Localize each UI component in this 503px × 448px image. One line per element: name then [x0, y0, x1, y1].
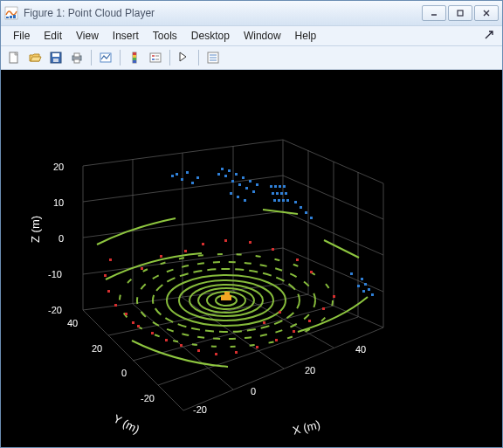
svg-rect-79: [224, 239, 227, 242]
svg-rect-94: [196, 176, 199, 179]
menu-window[interactable]: Window: [237, 28, 288, 44]
z-tick: 20: [53, 162, 64, 172]
z-tick: -20: [48, 305, 62, 315]
svg-rect-95: [217, 173, 220, 176]
svg-rect-93: [191, 182, 194, 184]
menu-tools[interactable]: Tools: [146, 28, 184, 44]
svg-rect-81: [272, 248, 274, 251]
svg-rect-12: [74, 59, 79, 63]
svg-rect-74: [107, 290, 110, 293]
svg-rect-2: [10, 16, 12, 18]
z-axis-label: Z (m): [29, 216, 42, 243]
save-icon[interactable]: [46, 48, 65, 67]
menu-view[interactable]: View: [69, 28, 106, 44]
svg-rect-97: [224, 175, 227, 177]
menu-file[interactable]: File: [6, 28, 37, 44]
svg-line-40: [283, 176, 383, 219]
undock-icon[interactable]: [481, 28, 497, 44]
svg-rect-75: [104, 274, 107, 277]
svg-rect-80: [249, 241, 252, 244]
svg-rect-106: [256, 183, 258, 186]
axes-3d[interactable]: Z (m) Y (m) X (m) 20 10 0 -10 -20 40 20 …: [1, 70, 502, 447]
svg-rect-130: [357, 285, 360, 287]
menu-edit[interactable]: Edit: [37, 28, 69, 44]
svg-rect-119: [278, 199, 280, 202]
svg-rect-104: [249, 180, 252, 183]
svg-rect-19: [150, 53, 161, 62]
new-figure-icon[interactable]: [4, 48, 24, 67]
svg-rect-59: [132, 321, 134, 324]
svg-rect-1: [6, 17, 9, 18]
svg-rect-76: [109, 258, 112, 261]
x-tick: 0: [251, 386, 256, 396]
svg-rect-131: [362, 290, 365, 293]
y-tick: -20: [141, 393, 155, 403]
svg-rect-11: [74, 53, 79, 57]
svg-rect-115: [276, 192, 279, 195]
property-inspector-icon[interactable]: [203, 48, 223, 67]
svg-rect-60: [137, 325, 140, 327]
svg-rect-5: [458, 10, 463, 16]
svg-rect-96: [221, 168, 224, 170]
titlebar: Figure 1: Point Cloud Player: [1, 1, 502, 26]
svg-rect-99: [231, 180, 234, 183]
svg-rect-121: [286, 199, 289, 202]
app-icon: [4, 6, 18, 20]
svg-rect-8: [52, 53, 59, 57]
z-tick: -10: [48, 269, 62, 279]
svg-rect-15: [133, 52, 136, 55]
svg-line-41: [283, 211, 383, 255]
svg-rect-132: [350, 272, 353, 275]
window-title: Figure 1: Point Cloud Player: [24, 7, 422, 19]
close-button[interactable]: [474, 5, 499, 21]
x-tick: -20: [193, 404, 207, 415]
svg-rect-123: [300, 206, 302, 209]
svg-rect-78: [202, 243, 204, 245]
menu-insert[interactable]: Insert: [106, 28, 146, 44]
toolbar: [1, 46, 502, 70]
svg-rect-114: [272, 192, 274, 195]
menubar: File Edit View Insert Tools Desktop Wind…: [1, 26, 502, 46]
svg-rect-71: [322, 307, 325, 310]
link-plot-icon[interactable]: [96, 48, 115, 67]
svg-rect-105: [252, 190, 255, 193]
maximize-button[interactable]: [448, 5, 472, 21]
svg-rect-61: [151, 332, 154, 334]
svg-rect-125: [310, 217, 313, 219]
svg-line-38: [83, 211, 283, 238]
svg-rect-133: [221, 295, 231, 300]
svg-rect-67: [256, 346, 258, 348]
window-controls: [422, 5, 499, 21]
minimize-button[interactable]: [422, 5, 446, 21]
menu-desktop[interactable]: Desktop: [184, 28, 237, 44]
svg-rect-65: [215, 353, 217, 355]
svg-rect-82: [296, 258, 299, 261]
svg-rect-120: [282, 199, 285, 202]
svg-rect-101: [238, 183, 241, 186]
svg-rect-70: [308, 320, 311, 322]
svg-rect-110: [270, 185, 272, 188]
svg-rect-129: [371, 293, 374, 296]
ego-marker: [221, 292, 231, 300]
print-icon[interactable]: [67, 48, 86, 67]
menu-help[interactable]: Help: [288, 28, 324, 44]
svg-rect-89: [171, 175, 174, 177]
insert-legend-icon[interactable]: [146, 48, 165, 67]
open-icon[interactable]: [25, 48, 45, 67]
svg-rect-85: [141, 267, 143, 270]
edit-plot-icon[interactable]: [175, 48, 194, 67]
svg-rect-111: [274, 185, 277, 188]
z-tick: 0: [59, 233, 64, 244]
svg-rect-112: [279, 185, 281, 188]
svg-rect-88: [279, 311, 281, 314]
svg-rect-63: [180, 344, 183, 347]
toolbar-separator: [91, 50, 92, 65]
y-tick: 20: [92, 343, 102, 354]
svg-line-42: [283, 248, 383, 292]
svg-rect-3: [13, 15, 16, 18]
svg-rect-72: [333, 295, 335, 298]
y-tick: 40: [67, 318, 78, 328]
insert-colorbar-icon[interactable]: [125, 48, 144, 67]
svg-rect-77: [184, 250, 187, 252]
svg-rect-117: [285, 192, 287, 195]
